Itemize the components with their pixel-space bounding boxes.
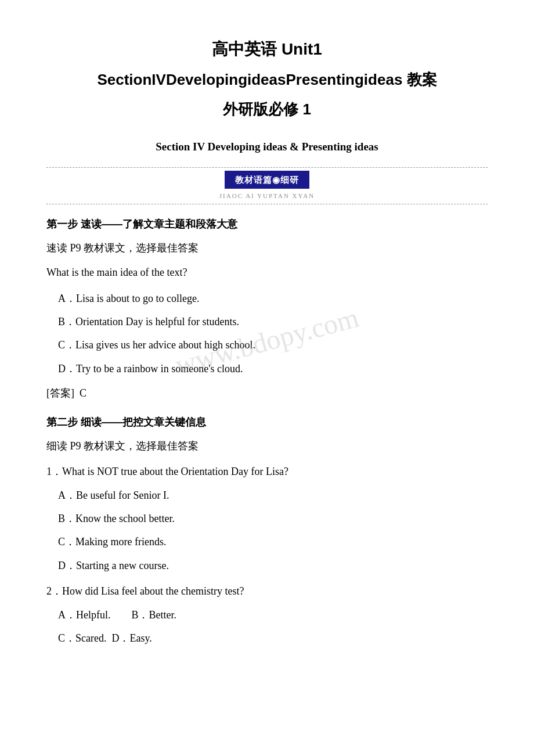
q2-option-b-text: Better. <box>149 609 177 621</box>
q1-number: 1． <box>46 466 62 477</box>
banner-container: 教材语篇◉细研 JIAOC AI YUPTAN XYAN <box>46 167 488 204</box>
q1-option-a-text: Be useful for Senior I. <box>76 489 169 501</box>
step1-answer: [答案] C <box>46 384 488 402</box>
q1-option-d-label: D． <box>58 560 76 571</box>
q1-option-d: D．Starting a new course. <box>46 556 488 575</box>
q1-option-d-text: Starting a new course. <box>76 560 169 571</box>
q2-text: How did Lisa feel about the chemistry te… <box>62 585 244 597</box>
option-b-label: B． <box>58 316 75 327</box>
option-a-text: Lisa is about to go to college. <box>76 293 199 304</box>
q2-option-b-label: B． <box>131 609 149 621</box>
q2-options-row1: A．Helpful. B．Better. <box>46 606 488 624</box>
step2-title: 第二步 细读——把控文章关键信息 <box>46 413 488 431</box>
option-d-text: Try to be a rainbow in someone's cloud. <box>76 363 243 375</box>
title-line1: 高中英语 Unit1 <box>46 35 488 64</box>
banner-subtitle: JIAOC AI YUPTAN XYAN <box>46 190 488 202</box>
q1-text: What is NOT true about the Orientation D… <box>62 466 288 477</box>
step1-question: What is the main idea of the text? <box>46 263 488 282</box>
option-c-label: C． <box>58 339 75 351</box>
q1-option-a-label: A． <box>58 489 76 501</box>
option-d-label: D． <box>58 363 76 375</box>
q1-option-a: A．Be useful for Senior I. <box>46 486 488 505</box>
banner-inner: 教材语篇◉细研 <box>225 171 309 189</box>
option-b-text: Orientation Day is helpful for students. <box>75 316 239 327</box>
step2-q1-text: 1．What is NOT true about the Orientation… <box>46 462 488 481</box>
banner-dashed: 教材语篇◉细研 JIAOC AI YUPTAN XYAN <box>46 167 488 204</box>
step1-title: 第一步 速读——了解文章主题和段落大意 <box>46 215 488 233</box>
banner-symbol: ◉ <box>272 175 280 185</box>
step1-option-b: B．Orientation Day is helpful for student… <box>46 312 488 331</box>
step1-option-a: A．Lisa is about to go to college. <box>46 289 488 308</box>
q2-option-c-text: Scared. <box>75 632 106 644</box>
section-heading: Section IV Developing ideas & Presenting… <box>46 137 488 157</box>
step2-q2-text: 2．How did Lisa feel about the chemistry … <box>46 582 488 600</box>
q2-option-a-text: Helpful. <box>76 609 110 621</box>
q2-option-c-label: C． <box>58 632 75 644</box>
q2-option-d-label: D． <box>112 632 130 644</box>
page-content: www.bdopy.com 高中英语 Unit1 SectionIVDevelo… <box>46 35 488 647</box>
q2-option-d-text: Easy. <box>130 632 152 644</box>
step1-option-d: D．Try to be a rainbow in someone's cloud… <box>46 359 488 378</box>
step2-instruction: 细读 P9 教材课文，选择最佳答案 <box>46 437 488 455</box>
q1-option-c: C．Making more friends. <box>46 532 488 551</box>
q1-option-b-text: Know the school better. <box>75 513 175 524</box>
answer-value: C <box>80 387 86 399</box>
q1-option-b-label: B． <box>58 513 75 524</box>
q1-option-c-label: C． <box>58 536 75 548</box>
q1-option-c-text: Making more friends. <box>75 536 166 548</box>
step1-instruction: 速读 P9 教材课文，选择最佳答案 <box>46 239 488 257</box>
option-a-label: A． <box>58 293 76 304</box>
q2-options-row2: C．Scared. D．Easy. <box>46 629 488 647</box>
q2-option-a-label: A． <box>58 609 76 621</box>
option-c-text: Lisa gives us her advice about high scho… <box>75 339 255 351</box>
title-line2: SectionIVDevelopingideasPresentingideas … <box>46 66 488 93</box>
q2-number: 2． <box>46 585 62 597</box>
title-section: 高中英语 Unit1 SectionIVDevelopingideasPrese… <box>46 35 488 123</box>
q1-option-b: B．Know the school better. <box>46 509 488 528</box>
banner-text-cn2: 细研 <box>280 175 299 185</box>
answer-label: [答案] <box>46 387 74 399</box>
banner-text-cn: 教材语篇 <box>235 175 272 185</box>
title-line3: 外研版必修 1 <box>46 96 488 123</box>
step1-option-c: C．Lisa gives us her advice about high sc… <box>46 336 488 354</box>
